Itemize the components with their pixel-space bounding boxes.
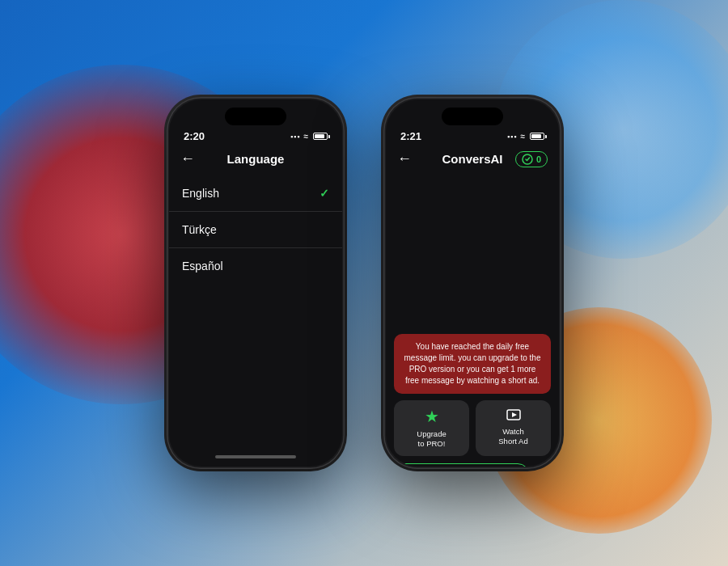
language-name-english: English [182,187,219,200]
token-badge: 0 [515,151,548,167]
home-indicator-left [215,455,296,458]
language-item-spanish[interactable]: Español [169,248,342,284]
signal-icon-left: ▪▪▪ [290,133,301,141]
nav-bar-right: ← ConversAI 0 [386,147,559,172]
language-name-turkish: Türkçe [182,223,217,236]
language-list: English ✓ Türkçe Español [169,172,342,287]
nav-bar-left: ← Language [169,147,342,172]
screen-right-content: 2:21 ▪▪▪ ≈ ← ConversAI [386,99,559,467]
chat-input[interactable] [394,463,530,467]
limit-notice: You have reached the daily free message … [394,334,551,394]
token-count: 0 [536,154,541,164]
upgrade-pro-button[interactable]: ★ Upgradeto PRO! [394,400,469,456]
battery-icon-left [313,133,328,140]
phone-left-inner: 2:20 ▪▪▪ ≈ ← Language English ✓ [169,99,342,467]
token-icon-svg [522,154,533,165]
action-buttons: ★ Upgradeto PRO! WatchShort Ad [394,400,551,456]
language-item-english[interactable]: English ✓ [169,175,342,212]
check-icon-english: ✓ [320,187,329,200]
nav-title-left: Language [227,152,285,166]
phone-left: 2:20 ▪▪▪ ≈ ← Language English ✓ [167,97,345,469]
language-name-spanish: Español [182,260,223,272]
signal-icon-right: ▪▪▪ [507,133,518,141]
wifi-icon-right: ≈ [521,132,526,141]
send-button[interactable]: ➤ [535,463,559,467]
dynamic-island-left [225,108,286,125]
chat-area [386,172,559,334]
phone-right-inner: 2:21 ▪▪▪ ≈ ← ConversAI [386,99,559,467]
token-badge-container: 0 [515,151,548,167]
dynamic-island-right [442,108,503,125]
wifi-icon-left: ≈ [304,132,309,141]
status-icons-right: ▪▪▪ ≈ [507,132,544,141]
watch-icon [506,409,521,424]
input-bar: ➤ [394,463,551,467]
upgrade-label: Upgradeto PRO! [417,429,446,450]
status-time-left: 2:20 [184,130,205,142]
watch-ad-label: WatchShort Ad [498,427,527,447]
back-button-right[interactable]: ← [397,150,412,167]
watch-ad-button[interactable]: WatchShort Ad [476,400,551,456]
screen-fill-left [169,287,342,455]
phones-container: 2:20 ▪▪▪ ≈ ← Language English ✓ [0,0,728,566]
phone-right: 2:21 ▪▪▪ ≈ ← ConversAI [383,97,561,469]
language-item-turkish[interactable]: Türkçe [169,212,342,248]
svg-marker-2 [512,412,517,417]
screen-left-content: 2:20 ▪▪▪ ≈ ← Language English ✓ [169,99,342,467]
battery-icon-right [530,133,544,140]
back-button-left[interactable]: ← [180,150,195,167]
status-icons-left: ▪▪▪ ≈ [290,132,328,141]
status-time-right: 2:21 [400,130,421,142]
nav-title-right: ConversAI [442,152,502,166]
star-icon: ★ [425,407,439,426]
